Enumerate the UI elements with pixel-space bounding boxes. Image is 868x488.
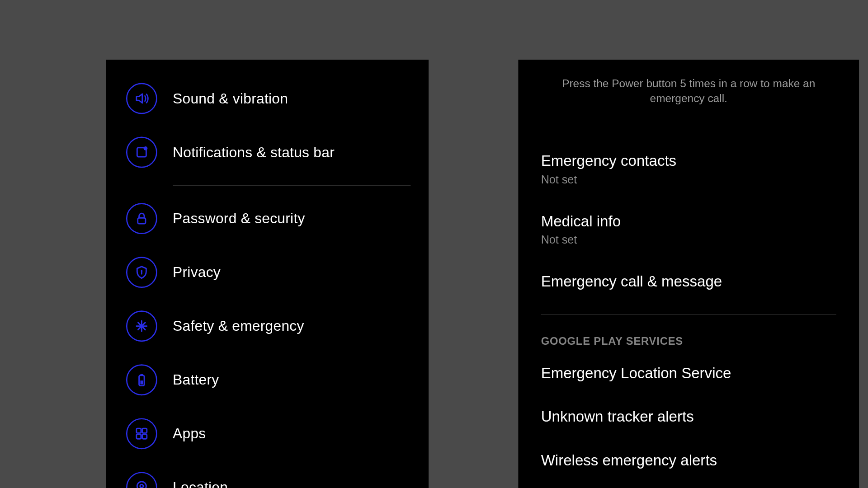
detail-item-emergency-call-message[interactable]: Emergency call & message: [541, 260, 836, 304]
settings-item-label: Safety & emergency: [173, 318, 304, 334]
settings-item-location[interactable]: Location: [106, 460, 429, 488]
detail-item-title: Emergency contacts: [541, 152, 836, 169]
detail-item-emergency-location-service[interactable]: Emergency Location Service: [541, 351, 836, 395]
notification-icon: [126, 137, 157, 168]
battery-icon: [126, 364, 157, 395]
detail-item-emergency-contacts[interactable]: Emergency contacts Not set: [541, 139, 836, 200]
section-header-google-play-services: GOOGLE PLAY SERVICES: [541, 319, 836, 351]
detail-item-medical-info[interactable]: Medical info Not set: [541, 199, 836, 260]
settings-item-label: Privacy: [173, 264, 221, 281]
settings-item-label: Password & security: [173, 210, 305, 227]
settings-item-label: Battery: [173, 371, 219, 388]
detail-item-subtitle: Not set: [541, 173, 836, 186]
detail-item-emergency-alert-history[interactable]: Emergency alert history: [541, 482, 836, 488]
settings-item-label: Location: [173, 479, 228, 488]
sound-icon: [126, 83, 157, 114]
settings-item-label: Apps: [173, 425, 206, 442]
settings-item-battery[interactable]: Battery: [106, 353, 429, 407]
safety-emergency-panel: Press the Power button 5 times in a row …: [518, 60, 859, 488]
svg-rect-8: [142, 428, 147, 433]
settings-item-safety-emergency[interactable]: Safety & emergency: [106, 299, 429, 353]
settings-item-label: Sound & vibration: [173, 90, 288, 107]
svg-rect-10: [142, 434, 147, 439]
settings-item-apps[interactable]: Apps: [106, 407, 429, 460]
pin-icon: [126, 472, 157, 488]
detail-item-unknown-tracker-alerts[interactable]: Unknown tracker alerts: [541, 395, 836, 439]
apps-icon: [126, 418, 157, 449]
settings-item-notifications[interactable]: Notifications & status bar: [106, 125, 429, 179]
shield-icon: [126, 257, 157, 288]
emergency-sos-hint: Press the Power button 5 times in a row …: [518, 60, 859, 106]
detail-item-title: Emergency call & message: [541, 273, 836, 290]
svg-rect-5: [140, 374, 143, 375]
detail-item-wireless-emergency-alerts[interactable]: Wireless emergency alerts: [541, 438, 836, 482]
detail-item-title: Medical info: [541, 212, 836, 230]
svg-rect-9: [137, 434, 141, 439]
medical-icon: [126, 310, 157, 342]
svg-rect-6: [140, 380, 143, 385]
settings-list-panel: Sound & vibration Notifications & status…: [106, 60, 429, 488]
svg-rect-2: [138, 218, 146, 224]
detail-item-subtitle: Not set: [541, 234, 836, 247]
detail-item-title: Unknown tracker alerts: [541, 408, 836, 425]
settings-item-sound[interactable]: Sound & vibration: [106, 71, 429, 125]
lock-icon: [126, 203, 157, 234]
detail-item-title: Emergency Location Service: [541, 364, 836, 381]
divider: [541, 314, 836, 314]
svg-point-1: [144, 146, 148, 150]
svg-rect-7: [137, 428, 141, 433]
settings-item-label: Notifications & status bar: [173, 144, 335, 160]
settings-item-password-security[interactable]: Password & security: [106, 192, 429, 245]
svg-point-11: [140, 484, 143, 488]
settings-item-privacy[interactable]: Privacy: [106, 245, 429, 299]
divider: [173, 185, 410, 186]
detail-item-title: Wireless emergency alerts: [541, 451, 836, 469]
